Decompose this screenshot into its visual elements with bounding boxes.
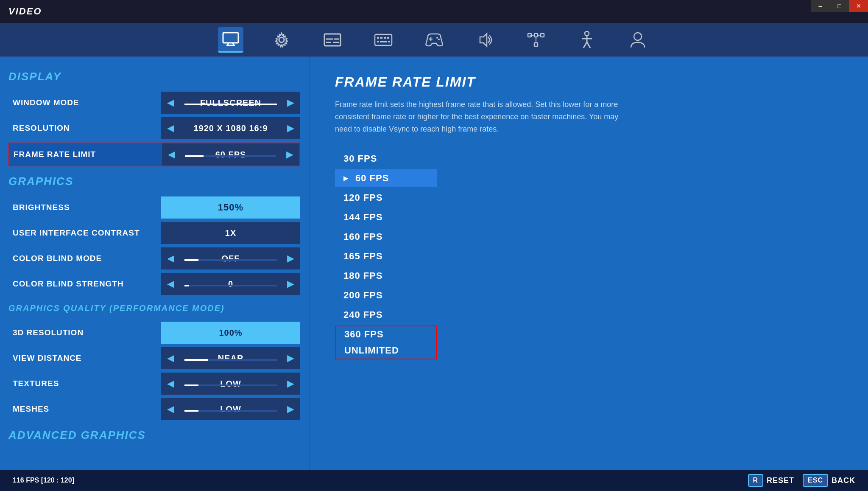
fps-160-label: 160 FPS (343, 231, 383, 242)
fps-option-360[interactable]: 360 FPS (336, 326, 438, 342)
back-key-badge: ESC (803, 474, 828, 487)
svg-point-20 (436, 37, 438, 39)
nav-bar (0, 23, 868, 57)
maximize-button[interactable]: □ (830, 0, 849, 12)
control-3d-resolution: 100% (161, 322, 300, 344)
fps-option-160[interactable]: 160 FPS (335, 228, 437, 246)
bottom-bar: 116 FPS [120 : 120] R RESET ESC BACK (0, 470, 868, 491)
nav-network[interactable] (523, 27, 549, 53)
color-blind-strength-right-arrow[interactable]: ▶ (281, 273, 300, 295)
nav-input[interactable] (371, 27, 396, 53)
color-blind-mode-right-arrow[interactable]: ▶ (281, 247, 300, 269)
setting-window-mode: WINDOW MODE ◀ FULLSCREEN ▶ (8, 92, 300, 114)
nav-controller[interactable] (421, 27, 447, 53)
svg-rect-26 (534, 43, 538, 46)
fps-options-list: 30 FPS ▶ 60 FPS 120 FPS 144 FPS 160 FPS … (335, 150, 843, 359)
color-blind-mode-left-arrow[interactable]: ◀ (161, 247, 180, 269)
setting-view-distance: VIEW DISTANCE ◀ NEAR ▶ (8, 347, 300, 369)
bottom-actions: R RESET ESC BACK (748, 474, 855, 487)
meshes-right-arrow[interactable]: ▶ (281, 398, 300, 420)
svg-rect-0 (223, 33, 238, 43)
window-mode-left-arrow[interactable]: ◀ (161, 92, 180, 114)
fps-option-180[interactable]: 180 FPS (335, 267, 437, 285)
section-graphics-quality-title: GRAPHICS QUALITY (PERFORMANCE MODE) (8, 303, 300, 313)
detail-title: FRAME RATE LIMIT (335, 74, 843, 90)
textures-left-arrow[interactable]: ◀ (161, 373, 180, 395)
svg-point-35 (634, 33, 642, 40)
fps-option-30[interactable]: 30 FPS (335, 150, 437, 168)
resolution-left-arrow[interactable]: ◀ (161, 117, 180, 139)
ui-contrast-value: 1x (161, 228, 300, 238)
fps-120-label: 120 FPS (343, 192, 383, 203)
label-textures: TEXTURES (8, 379, 161, 388)
close-button[interactable]: ✕ (849, 0, 868, 12)
control-resolution: ◀ 1920 X 1080 16:9 ▶ (161, 117, 300, 139)
svg-marker-22 (480, 34, 487, 46)
view-distance-right-arrow[interactable]: ▶ (281, 347, 300, 369)
control-view-distance: ◀ NEAR ▶ (161, 347, 300, 369)
label-ui-contrast: USER INTERFACE CONTRAST (8, 228, 161, 238)
back-label: BACK (832, 476, 855, 485)
fps-option-144[interactable]: 144 FPS (335, 208, 437, 226)
fps-option-240[interactable]: 240 FPS (335, 306, 437, 324)
fps-highlighted-group: 360 FPS UNLIMITED (335, 325, 437, 359)
svg-rect-25 (541, 34, 544, 37)
nav-accessibility[interactable] (574, 27, 600, 53)
setting-3d-resolution: 3D RESOLUTION 100% (8, 322, 300, 344)
fps-option-165[interactable]: 165 FPS (335, 247, 437, 265)
section-advanced-graphics-title: ADVANCED GRAPHICS (8, 429, 300, 442)
minimize-button[interactable]: – (811, 0, 830, 12)
fps-option-120[interactable]: 120 FPS (335, 189, 437, 207)
fps-144-label: 144 FPS (343, 212, 383, 223)
setting-frame-rate-limit[interactable]: FRAME RATE LIMIT ◀ 60 FPS ▶ (8, 143, 300, 166)
fps-240-label: 240 FPS (343, 309, 383, 320)
detail-description: Frame rate limit sets the highest frame … (335, 98, 632, 135)
nav-subtitles[interactable] (320, 27, 345, 53)
control-ui-contrast: 1x (161, 222, 300, 244)
fps-option-60[interactable]: ▶ 60 FPS (335, 169, 437, 187)
frame-rate-left-arrow[interactable]: ◀ (162, 143, 181, 166)
svg-point-4 (279, 37, 284, 42)
3d-resolution-value: 100% (161, 328, 300, 338)
control-window-mode: ◀ FULLSCREEN ▶ (161, 92, 300, 114)
reset-action[interactable]: R RESET (748, 474, 795, 487)
fps-option-200[interactable]: 200 FPS (335, 286, 437, 304)
fps-180-label: 180 FPS (343, 270, 383, 281)
meshes-left-arrow[interactable]: ◀ (161, 398, 180, 420)
nav-account[interactable] (625, 27, 650, 53)
window-mode-right-arrow[interactable]: ▶ (281, 92, 300, 114)
svg-rect-16 (380, 41, 387, 42)
title-bar: VIDEO – □ ✕ (0, 0, 868, 23)
color-blind-strength-left-arrow[interactable]: ◀ (161, 273, 180, 295)
label-color-blind-mode: COLOR BLIND MODE (8, 254, 161, 263)
label-3d-resolution: 3D RESOLUTION (8, 328, 161, 337)
control-meshes: ◀ LOW ▶ (161, 398, 300, 420)
control-textures: ◀ LOW ▶ (161, 373, 300, 395)
control-color-blind-mode: ◀ OFF ▶ (161, 247, 300, 269)
nav-display[interactable] (218, 27, 243, 53)
nav-audio[interactable] (472, 27, 498, 53)
resolution-right-arrow[interactable]: ▶ (281, 117, 300, 139)
svg-point-30 (585, 31, 589, 36)
fps-60-arrow: ▶ (343, 175, 349, 182)
section-display-title: DISPLAY (8, 70, 300, 83)
fps-option-unlimited[interactable]: UNLIMITED (336, 342, 438, 359)
svg-line-34 (587, 42, 590, 48)
right-panel: FRAME RATE LIMIT Frame rate limit sets t… (310, 57, 868, 470)
textures-value: LOW (180, 379, 281, 389)
svg-rect-14 (387, 37, 389, 39)
back-action[interactable]: ESC BACK (803, 474, 855, 487)
frame-rate-right-arrow[interactable]: ▶ (280, 143, 299, 166)
svg-rect-24 (534, 34, 538, 37)
svg-point-21 (438, 39, 440, 40)
brightness-value: 150% (161, 202, 300, 213)
fps-165-label: 165 FPS (343, 251, 383, 262)
left-panel: DISPLAY WINDOW MODE ◀ FULLSCREEN ▶ RESOL… (0, 57, 310, 470)
window-mode-value: FULLSCREEN (180, 98, 281, 108)
meshes-value: LOW (180, 404, 281, 414)
view-distance-left-arrow[interactable]: ◀ (161, 347, 180, 369)
nav-settings[interactable] (269, 27, 294, 53)
textures-right-arrow[interactable]: ▶ (281, 373, 300, 395)
svg-rect-10 (375, 34, 392, 45)
label-window-mode: WINDOW MODE (8, 98, 161, 107)
